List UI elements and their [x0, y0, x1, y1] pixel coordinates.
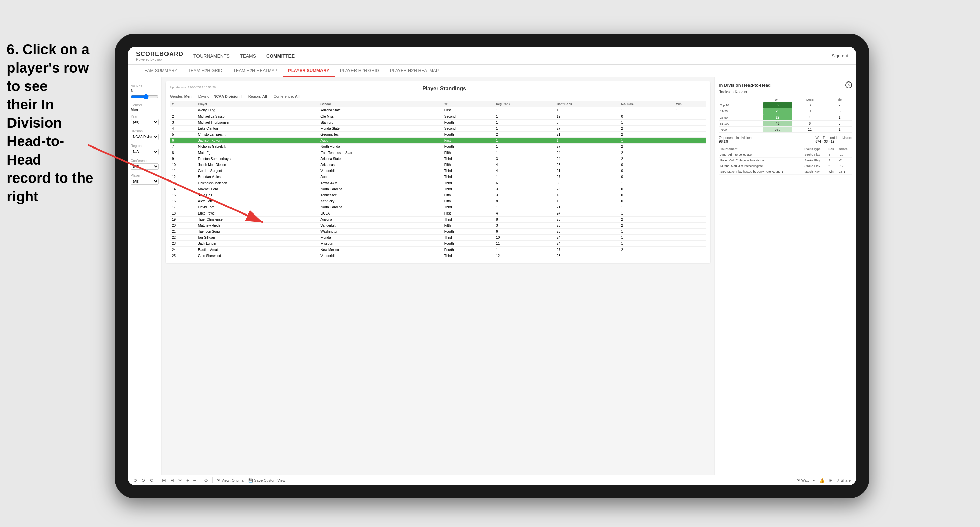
paste-button[interactable]: ⊟ — [170, 478, 174, 483]
sidebar-filters: No Rds. 6 Gender Men Year (All) Division… — [128, 78, 162, 475]
update-time: Update time: 27/03/2024 16:56:26 — [170, 86, 216, 89]
main-content: No Rds. 6 Gender Men Year (All) Division… — [128, 78, 856, 475]
tab-player-h2h-grid[interactable]: PLAYER H2H GRID — [335, 65, 385, 78]
conference-select[interactable]: (All) — [131, 163, 159, 170]
table-row[interactable]: 6 Jackson Koivun Auburn First 1 1 1 — [170, 138, 706, 144]
year-select[interactable]: (All) — [131, 119, 159, 125]
h2h-title-row: In Division Head-to-Head × — [719, 81, 852, 88]
col-hash: # — [170, 101, 196, 108]
t-col-tournament: Tournament — [719, 146, 803, 152]
nav-tournaments[interactable]: TOURNAMENTS — [193, 52, 230, 60]
t-col-event-type: Event Type — [803, 146, 827, 152]
table-row[interactable]: 15 Jake Hall Tennessee Fifth 3 18 0 — [170, 192, 706, 198]
table-row[interactable]: 4 Luke Clanton Florida State Second 1 27… — [170, 125, 706, 132]
h2h-col-win: Win — [763, 97, 792, 102]
logo-area: SCOREBOARD Powered by clippi — [136, 51, 183, 61]
no-rds-slider[interactable] — [131, 94, 159, 99]
table-row[interactable]: 22 Ian Gilligan Florida Third 10 24 1 — [170, 235, 706, 241]
table-row[interactable]: 12 Brendan Valles Auburn Third 1 27 0 — [170, 174, 706, 180]
table-row[interactable]: 25 Cole Sherwood Vanderbilt Third 12 23 … — [170, 253, 706, 259]
table-row[interactable]: 9 Preston Summerhays Arizona State Third… — [170, 156, 706, 162]
table-row[interactable]: 21 Taehoon Song Washington Fourth 6 23 1 — [170, 229, 706, 235]
player-select[interactable]: (All) — [131, 178, 159, 184]
table-row[interactable]: 5 Christo Lamprecht Georgia Tech Fourth … — [170, 132, 706, 138]
tab-team-h2h-heatmap[interactable]: TEAM H2H HEATMAP — [228, 65, 283, 78]
nav-bar: SCOREBOARD Powered by clippi TOURNAMENTS… — [128, 47, 856, 65]
view-original-button[interactable]: 👁 View: Original — [217, 478, 244, 482]
tablet-screen: SCOREBOARD Powered by clippi TOURNAMENTS… — [128, 47, 856, 485]
no-rds-label: No Rds. — [131, 84, 159, 88]
toolbar-divider-3 — [212, 478, 213, 483]
save-icon: 💾 — [248, 478, 253, 482]
add-button[interactable]: + — [186, 478, 189, 483]
sign-out-button[interactable]: Sign out — [832, 53, 848, 58]
redo-button[interactable]: ↻ — [150, 478, 154, 483]
h2h-stats: Opponents in division: 98.1% W-L-T recor… — [719, 136, 852, 143]
col-school: School — [318, 101, 442, 108]
tab-player-h2h-heatmap[interactable]: PLAYER H2H HEATMAP — [385, 65, 444, 78]
refresh-button[interactable]: ⟳ — [204, 478, 208, 483]
h2h-close-button[interactable]: × — [845, 81, 852, 88]
h2h-row: >100 578 11 1 — [719, 127, 852, 133]
region-select[interactable]: N/A — [131, 149, 159, 155]
undo-button[interactable]: ↺ — [134, 478, 137, 483]
table-row[interactable]: 20 Matthew Riedel Vanderbilt Fifth 3 23 … — [170, 222, 706, 229]
tournament-row: Amer Ari Intercollegiate Stroke Play 4 -… — [719, 152, 852, 157]
nav-teams[interactable]: TEAMS — [240, 52, 256, 60]
no-rds-value: 6 — [131, 89, 159, 93]
table-row[interactable]: 19 Tiger Christensen Arizona Third 8 23 … — [170, 216, 706, 222]
table-row[interactable]: 1 Wenyi Ding Arizona State First 1 1 1 1 — [170, 108, 706, 113]
watch-button[interactable]: 👁 Watch ▾ — [797, 478, 815, 483]
save-custom-button[interactable]: 💾 Save Custom View — [248, 478, 285, 483]
h2h-col-loss: Loss — [792, 97, 827, 102]
tab-player-summary[interactable]: PLAYER SUMMARY — [283, 65, 335, 78]
h2h-title: In Division Head-to-Head — [719, 83, 771, 87]
nav-committee[interactable]: COMMITTEE — [266, 52, 294, 60]
table-row[interactable]: 14 Maxwell Ford North Carolina Third 3 2… — [170, 186, 706, 192]
filter-region: Region: All — [248, 94, 267, 98]
cut-button[interactable]: ✂ — [178, 478, 182, 483]
nav-items: TOURNAMENTS TEAMS COMMITTEE — [193, 52, 832, 60]
h2h-row: 51-100 46 6 3 — [719, 121, 852, 127]
table-row[interactable]: 10 Jacob Moe Olesen Arkansas Fifth 4 25 … — [170, 162, 706, 168]
table-row[interactable]: 8 Mats Ege East Tennessee State Fifth 1 … — [170, 150, 706, 156]
gender-label: Gender — [131, 103, 159, 107]
h2h-col-range — [719, 97, 763, 102]
tab-team-h2h-grid[interactable]: TEAM H2H GRID — [183, 65, 228, 78]
tablet-frame: SCOREBOARD Powered by clippi TOURNAMENTS… — [115, 34, 869, 498]
gender-value: Men — [131, 108, 159, 112]
tournament-row: Fallen Oak Collegiate Invitational Strok… — [719, 157, 852, 163]
share-button[interactable]: ↗ Share — [837, 478, 851, 483]
grid-button[interactable]: ⊞ — [829, 478, 833, 483]
table-row[interactable]: 2 Michael La Sasso Ole Miss Second 1 19 … — [170, 113, 706, 119]
minus-button[interactable]: − — [193, 478, 196, 483]
tournament-row: SEC Match Play hosted by Jerry Pate Roun… — [719, 169, 852, 175]
tournament-row: Mirabel Maui Jim Intercollegiate Stroke … — [719, 163, 852, 169]
table-row[interactable]: 24 Bastien Amat New Mexico Fourth 1 27 2 — [170, 247, 706, 253]
table-row[interactable]: 3 Michael Thorbjornsen Stanford Fourth 1… — [170, 119, 706, 125]
logo-text: SCOREBOARD — [136, 51, 183, 57]
toolbar-right: 👁 Watch ▾ 👍 ⊞ ↗ Share — [797, 478, 851, 483]
table-row[interactable]: 23 Jack Lundin Missouri Fourth 11 24 1 — [170, 241, 706, 247]
col-yr: Yr — [442, 101, 494, 108]
table-row[interactable]: 18 Luke Powell UCLA First 4 24 1 — [170, 211, 706, 216]
standings-table: # Player School Yr Reg Rank Conf Rank No… — [170, 101, 706, 259]
thumbs-up-button[interactable]: 👍 — [819, 478, 825, 483]
h2h-col-tie: Tie — [827, 97, 852, 102]
table-row[interactable]: 13 Phichaksn Maichon Texas A&M Third 6 3… — [170, 180, 706, 186]
year-label: Year — [131, 114, 159, 118]
copy-button[interactable]: ⊞ — [162, 478, 166, 483]
instruction-text: 6. Click on a player's row to see their … — [0, 40, 101, 206]
table-row[interactable]: 16 Alex Goff Kentucky Fifth 8 19 0 — [170, 198, 706, 205]
t-col-pos: Pos — [827, 146, 837, 152]
redo-forward-button[interactable]: ⟳ — [142, 478, 146, 483]
table-row[interactable]: 7 Nicholas Gabrelcik North Florida Fourt… — [170, 144, 706, 150]
h2h-table: Win Loss Tie Top 10 8 3 2 11-25 20 9 5 2… — [719, 97, 852, 133]
division-select[interactable]: NCAA Division I — [131, 134, 159, 140]
t-col-score: Score — [838, 146, 852, 152]
h2h-panel: In Division Head-to-Head × Jackson Koivu… — [714, 78, 856, 475]
panel-header: Update time: 27/03/2024 16:56:26 Player … — [170, 86, 706, 92]
table-row[interactable]: 17 David Ford North Carolina Third 1 21 … — [170, 205, 706, 211]
tab-team-summary[interactable]: TEAM SUMMARY — [136, 65, 183, 78]
table-row[interactable]: 11 Gordon Sargent Vanderbilt Third 4 21 … — [170, 168, 706, 174]
